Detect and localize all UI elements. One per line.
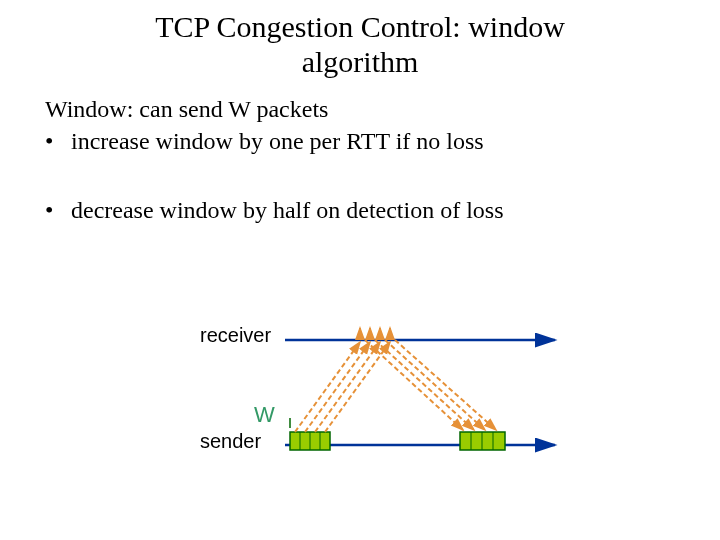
sender-label: sender xyxy=(200,430,261,453)
svg-line-11 xyxy=(365,340,463,430)
bullet-increase: • increase window by one per RTT if no l… xyxy=(45,125,690,157)
svg-line-12 xyxy=(375,340,474,430)
svg-line-9 xyxy=(315,342,380,432)
receiver-ticks xyxy=(360,328,390,340)
svg-line-10 xyxy=(325,342,390,432)
body-text: Window: can send W packets • increase wi… xyxy=(0,93,720,226)
title-line-2: algorithm xyxy=(302,45,419,78)
packet-arrows xyxy=(295,342,390,432)
title-line-1: TCP Congestion Control: window xyxy=(155,10,565,43)
slide-title: TCP Congestion Control: window algorithm xyxy=(0,0,720,79)
w-label: W xyxy=(254,402,275,428)
bullet-decrease-text: decrease window by half on detection of … xyxy=(71,194,504,226)
svg-line-8 xyxy=(305,342,370,432)
bullet-dot-icon: • xyxy=(45,194,71,226)
svg-line-7 xyxy=(295,342,360,432)
tcp-window-diagram: receiver W sender xyxy=(0,310,720,510)
receiver-label: receiver xyxy=(200,324,271,347)
bullet-dot-icon: • xyxy=(45,125,71,157)
ack-arrows xyxy=(365,340,496,430)
bullet-decrease: • decrease window by half on detection o… xyxy=(45,194,690,226)
bullet-increase-text: increase window by one per RTT if no los… xyxy=(71,125,484,157)
svg-line-14 xyxy=(395,340,496,430)
line-window-def: Window: can send W packets xyxy=(45,93,690,125)
diagram-svg xyxy=(280,310,570,470)
svg-line-13 xyxy=(385,340,485,430)
